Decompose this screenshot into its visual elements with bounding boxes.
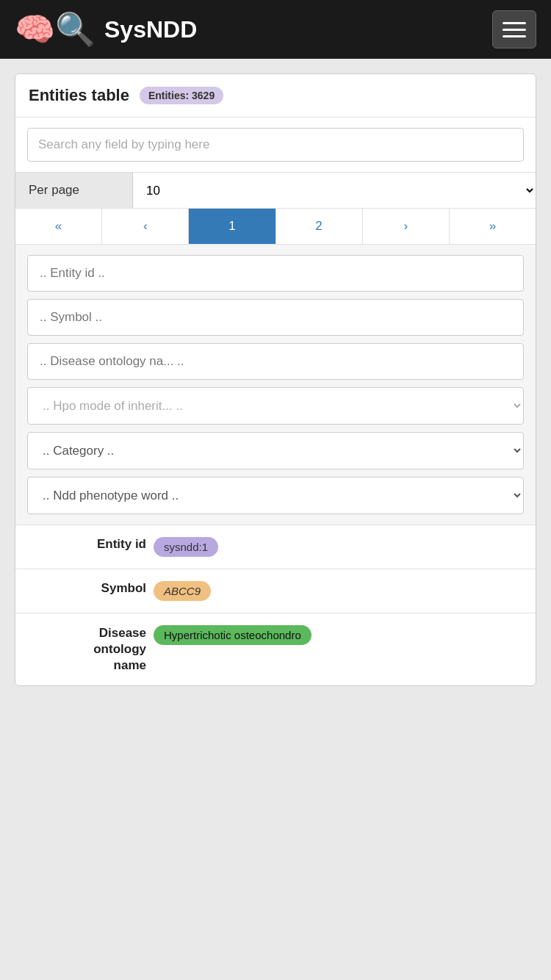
brain-icon: 🧠🔍: [15, 13, 96, 46]
pagination-page1-button[interactable]: 1: [189, 209, 276, 244]
app-header: 🧠🔍 SysNDD: [0, 0, 551, 59]
entities-count-badge: Entities: 3629: [140, 87, 223, 104]
data-section: Entity id sysndd:1 Symbol ABCC9 Disease …: [15, 525, 536, 685]
entity-id-label: Entity id: [29, 537, 146, 552]
per-page-row: Per page 10 25 50 100: [15, 173, 536, 209]
card-header: Entities table Entities: 3629: [15, 74, 536, 118]
pagination-last-button[interactable]: »: [450, 209, 536, 244]
ndd-phenotype-filter-select[interactable]: .. Ndd phenotype word ..: [27, 477, 524, 514]
hpo-mode-filter-select[interactable]: .. Hpo mode of inherit... ..: [27, 387, 524, 425]
symbol-label: Symbol: [29, 581, 146, 596]
disease-ontology-filter-input[interactable]: [27, 343, 524, 380]
main-content: Entities table Entities: 3629 Per page 1…: [0, 59, 551, 701]
app-title: SysNDD: [104, 16, 197, 43]
entity-id-row: Entity id sysndd:1: [15, 525, 536, 569]
pagination: « ‹ 1 2 › »: [15, 209, 536, 245]
disease-ontology-badge[interactable]: Hypertrichotic osteochondro: [154, 625, 311, 645]
search-input[interactable]: [27, 128, 524, 162]
pagination-page2-button[interactable]: 2: [276, 209, 363, 244]
per-page-label: Per page: [15, 173, 133, 208]
search-area: [15, 118, 536, 173]
pagination-prev-button[interactable]: ‹: [102, 209, 189, 244]
entity-id-badge[interactable]: sysndd:1: [154, 537, 218, 557]
disease-ontology-value-area: Hypertrichotic osteochondro: [154, 625, 522, 645]
symbol-value-area: ABCC9: [154, 581, 522, 601]
symbol-filter-input[interactable]: [27, 299, 524, 336]
symbol-badge[interactable]: ABCC9: [154, 581, 211, 601]
hamburger-line-3: [503, 35, 526, 37]
app-logo-area: 🧠🔍 SysNDD: [15, 13, 197, 46]
hamburger-menu-button[interactable]: [492, 10, 536, 48]
pagination-first-button[interactable]: «: [15, 209, 102, 244]
pagination-next-button[interactable]: ›: [363, 209, 450, 244]
card-title: Entities table: [29, 86, 129, 105]
hamburger-line-2: [503, 29, 526, 31]
per-page-select[interactable]: 10 25 50 100: [133, 173, 536, 208]
filters-section: .. Hpo mode of inherit... .. .. Category…: [15, 245, 536, 525]
symbol-row: Symbol ABCC9: [15, 569, 536, 613]
disease-ontology-row: Disease ontology name Hypertrichotic ost…: [15, 613, 536, 685]
disease-ontology-label: Disease ontology name: [29, 625, 146, 674]
entity-id-value-area: sysndd:1: [154, 537, 522, 557]
entity-id-filter-input[interactable]: [27, 255, 524, 292]
hamburger-line-1: [503, 22, 526, 24]
entities-card: Entities table Entities: 3629 Per page 1…: [15, 73, 536, 686]
category-filter-select[interactable]: .. Category ..: [27, 432, 524, 469]
